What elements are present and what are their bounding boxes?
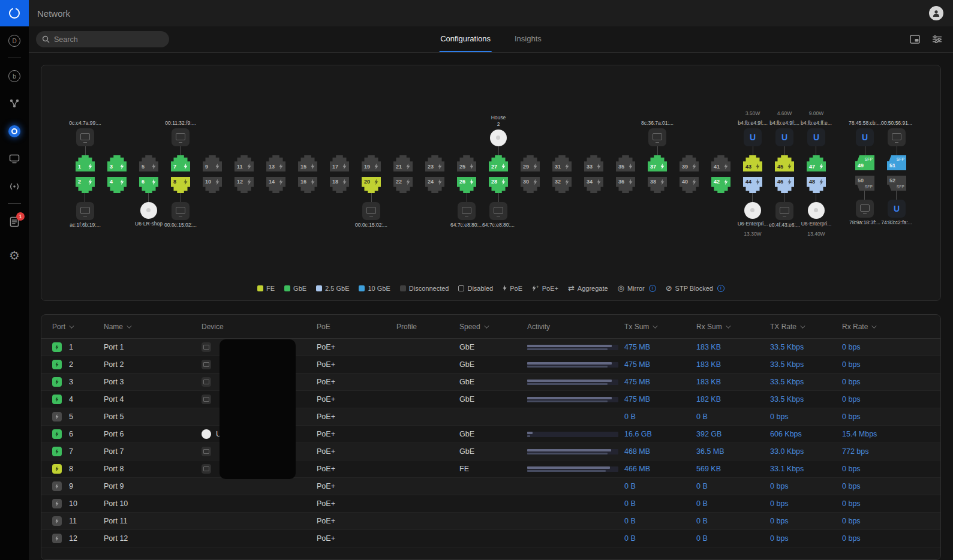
port-33[interactable]: 33 (584, 155, 603, 171)
port-10[interactable]: 10 (203, 177, 222, 193)
device-node[interactable]: House 2 (490, 113, 507, 155)
col-header-rx-rate[interactable]: Rx Rate (842, 323, 940, 331)
port-1[interactable]: 1 (76, 155, 95, 171)
port-row-7[interactable]: 7Port 7PoE+GbE468 MB36.5 MB33.0 Kbps772 … (41, 443, 940, 460)
port-31[interactable]: 31 (552, 155, 572, 171)
port-26[interactable]: 26 (457, 177, 476, 193)
port-4[interactable]: 4 (107, 177, 127, 193)
port-22[interactable]: 22 (393, 177, 413, 193)
link-line (85, 146, 86, 155)
col-header-tx-rate[interactable]: TX Rate (770, 323, 842, 331)
port-row-5[interactable]: 5Port 5PoE+0 B0 B0 bps0 bps (41, 408, 940, 426)
port-23[interactable]: 23 (425, 155, 444, 171)
tab-insights[interactable]: Insights (513, 26, 543, 52)
port-12[interactable]: 12 (235, 177, 254, 193)
search-input[interactable] (54, 35, 163, 44)
port-14[interactable]: 14 (266, 177, 285, 193)
tab-configurations[interactable]: Configurations (439, 26, 492, 52)
port-row-8[interactable]: 8Port 8PoE+FE466 MB569 KB33.1 Kbps0 bps (41, 460, 940, 478)
port-38[interactable]: 38 (648, 177, 667, 193)
port-row-2[interactable]: 2Port 2PoE+GbE475 MB183 KB33.5 Kbps0 bps (41, 356, 940, 374)
col-header-port[interactable]: Port (52, 323, 104, 331)
port-8[interactable]: 8 (171, 177, 190, 193)
port-49[interactable]: 49SFP (855, 155, 874, 170)
port-7[interactable]: 7 (171, 155, 190, 171)
port-6[interactable]: 6 (139, 177, 158, 193)
sidebar-radios-button[interactable] (0, 173, 29, 200)
poe-bolt-icon (215, 179, 220, 185)
port-46[interactable]: 46 (775, 177, 794, 193)
port-36[interactable]: 36 (616, 177, 635, 193)
port-28[interactable]: 28 (489, 177, 508, 193)
port-id-cell: 5 (52, 412, 104, 421)
port-25[interactable]: 25 (457, 155, 476, 171)
port-13[interactable]: 13 (266, 155, 285, 171)
port-row-1[interactable]: 1Port 1PoE+GbE475 MB183 KB33.5 Kbps0 bps (41, 339, 940, 356)
unifi-logo[interactable] (0, 0, 29, 26)
port-18[interactable]: 18 (330, 177, 349, 193)
port-39[interactable]: 39 (680, 155, 699, 171)
device-node[interactable]: U6-Enterpri...13.40W (801, 193, 832, 239)
info-icon[interactable]: i (649, 285, 656, 292)
port-21[interactable]: 21 (393, 155, 413, 171)
user-avatar-button[interactable] (929, 6, 943, 20)
port-row-11[interactable]: 11Port 11PoE+0 B0 B0 bps0 bps (41, 513, 940, 530)
port-2[interactable]: 2 (76, 177, 95, 193)
port-51[interactable]: 51SFP (887, 155, 906, 170)
poe-bolt-icon (215, 163, 220, 170)
port-9[interactable]: 9 (203, 155, 222, 171)
port-42[interactable]: 42 (711, 177, 730, 193)
port-52[interactable]: 52SFP (887, 176, 906, 191)
info-icon[interactable]: i (717, 285, 724, 292)
port-48[interactable]: 48 (807, 177, 826, 193)
sidebar-devices-button[interactable] (0, 146, 29, 172)
port-32[interactable]: 32 (552, 177, 572, 193)
port-row-3[interactable]: 3Port 3PoE+GbE475 MB183 KB33.5 Kbps0 bps (41, 374, 940, 391)
col-header-name[interactable]: Name (104, 323, 202, 331)
pip-view-button[interactable] (910, 35, 920, 44)
port-35[interactable]: 35 (616, 155, 635, 171)
port-47[interactable]: 47 (807, 155, 826, 171)
port-row-6[interactable]: 6Port 6UPoE+GbE16.6 GB392 GB606 Kbps15.4… (41, 426, 940, 443)
port-11[interactable]: 11 (235, 155, 254, 171)
col-header-rx-sum[interactable]: Rx Sum (696, 323, 770, 331)
port-row-9[interactable]: 9Port 9PoE+0 B0 B0 bps0 bps (41, 478, 940, 495)
port-3[interactable]: 3 (107, 155, 127, 171)
port-row-10[interactable]: 10Port 10PoE+0 B0 B0 bps0 bps (41, 495, 940, 513)
port-24[interactable]: 24 (425, 177, 444, 193)
sidebar-logs-button[interactable]: 1 (0, 209, 29, 235)
port-43[interactable]: 43 (743, 155, 762, 171)
port-row-12[interactable]: 12Port 12PoE+0 B0 B0 bps0 bps (41, 530, 940, 547)
sidebar-topology-button[interactable] (0, 91, 29, 117)
device-node[interactable]: 9.00Wb4:fb:e4:ff:e...U (801, 109, 832, 155)
port-16[interactable]: 16 (298, 177, 317, 193)
port-27[interactable]: 27 (489, 155, 508, 171)
sidebar-network-button[interactable] (0, 118, 29, 144)
port-15[interactable]: 15 (298, 155, 317, 171)
sidebar-settings-button[interactable]: ⚙ (0, 242, 29, 269)
device-node[interactable]: 00:50:56:91... (881, 118, 912, 155)
port-row-4[interactable]: 4Port 4PoE+GbE475 MB182 KB33.5 Kbps0 bps (41, 391, 940, 408)
port-17[interactable]: 17 (330, 155, 349, 171)
port-37[interactable]: 37 (648, 155, 667, 171)
device-node[interactable]: U74:83:c2:fa:... (881, 191, 912, 228)
port-34[interactable]: 34 (584, 177, 603, 193)
port-40[interactable]: 40 (680, 177, 699, 193)
port-50[interactable]: 50SFP (855, 176, 874, 191)
sidebar-app-button[interactable]: b (0, 63, 29, 89)
tx-sum-cell: 468 MB (624, 447, 696, 456)
search-box[interactable] (36, 31, 169, 47)
col-header-tx-sum[interactable]: Tx Sum (624, 323, 696, 331)
filter-button[interactable] (932, 35, 942, 44)
sidebar-console-button[interactable]: D (0, 28, 29, 54)
port-5[interactable]: 5 (139, 155, 158, 171)
port-44[interactable]: 44 (743, 177, 762, 193)
col-header-speed[interactable]: Speed (459, 323, 527, 331)
port-20[interactable]: 20 (362, 177, 381, 193)
port-45[interactable]: 45 (775, 155, 794, 171)
port-41[interactable]: 41 (711, 155, 730, 171)
port-19[interactable]: 19 (362, 155, 381, 171)
port-29[interactable]: 29 (521, 155, 540, 171)
poe-cell: PoE+ (317, 499, 396, 508)
port-30[interactable]: 30 (521, 177, 540, 193)
